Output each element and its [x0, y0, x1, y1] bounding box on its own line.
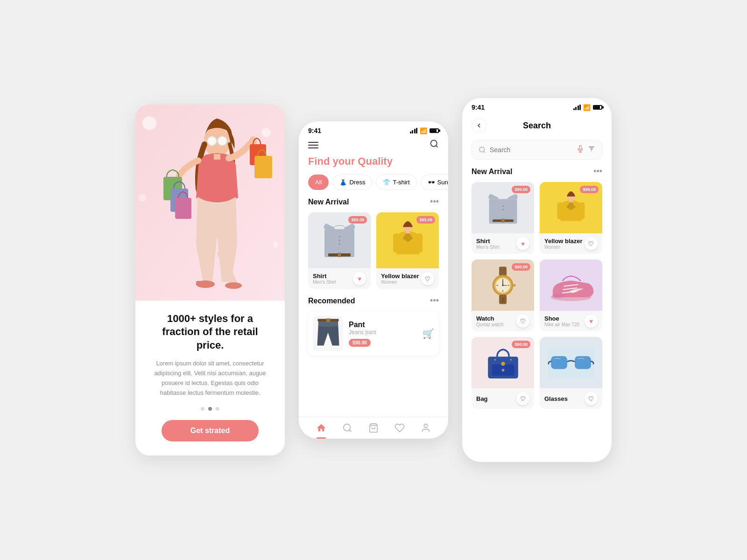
search-page-title: Search [523, 121, 551, 131]
search-shoe-card[interactable]: Shoe Nike air Max 720 ♥ [540, 259, 602, 331]
svg-point-22 [431, 140, 437, 147]
svg-point-2 [261, 128, 271, 137]
product-blazer[interactable]: $95.00 Yellow blazer Women ♡ [376, 212, 439, 289]
search-watch-image: $90.00 [472, 259, 534, 311]
splash-content: 1000+ styles for a fraction of the retai… [135, 301, 285, 456]
back-button[interactable] [472, 118, 486, 133]
search-input[interactable] [490, 146, 573, 154]
splash-card: 1000+ styles for a fraction of the retai… [135, 105, 285, 456]
svg-rect-50 [569, 199, 573, 202]
svg-point-77 [510, 359, 511, 360]
shirt-image: $90.00 [308, 212, 371, 268]
search-shoe-image [540, 259, 602, 311]
scene: 1000+ styles for a fraction of the retai… [135, 98, 612, 462]
search-time: 9:41 [472, 104, 485, 111]
recommended-more-button[interactable]: ••• [430, 296, 439, 306]
search-watch-card[interactable]: $90.00 Watch Qurtaz watch ♡ [472, 259, 534, 331]
filter-icon[interactable] [588, 145, 595, 154]
search-shoe-like-button[interactable]: ♥ [585, 315, 598, 328]
search-blazer-card[interactable]: $99.00 Yellow blazer Women ♡ [540, 182, 602, 254]
new-arrival-more-button[interactable]: ••• [430, 197, 439, 207]
search-bag-like-button[interactable]: ♡ [516, 392, 529, 405]
category-tabs: All 👗 Dress 👕 T-shirt 🕶️ Sun glass [299, 175, 448, 197]
search-status-icons: 📶 [573, 104, 603, 111]
svg-rect-34 [326, 318, 330, 322]
svg-rect-32 [416, 233, 423, 252]
category-all-label: All [315, 179, 322, 186]
search-new-arrival-title: New Arrival [472, 168, 512, 176]
splash-title: 1000+ styles for a fraction of the retai… [149, 312, 271, 352]
svg-point-76 [494, 359, 495, 360]
search-bag-card[interactable]: $90.00 Bag ♡ [472, 337, 534, 409]
svg-point-37 [424, 424, 427, 427]
svg-point-67 [502, 298, 503, 299]
microphone-icon[interactable] [577, 145, 584, 154]
svg-point-25 [338, 239, 340, 241]
search-shoe-name: Shoe [544, 315, 579, 322]
home-status-bar: 9:41 📶 [299, 121, 448, 137]
nav-home[interactable] [316, 423, 326, 433]
new-arrival-title: New Arrival [308, 198, 349, 206]
svg-rect-65 [513, 284, 515, 287]
search-shirt-card[interactable]: $90.00 Shirt Men's Shirt ♥ [472, 182, 534, 254]
search-glasses-card[interactable]: Glasses ♡ [540, 337, 602, 409]
nav-cart[interactable] [368, 423, 379, 433]
search-new-arrival-header: New Arrival ••• [462, 167, 612, 182]
blazer-like-button[interactable]: ♡ [421, 272, 434, 285]
dot-1 [201, 407, 204, 411]
pant-sub: Jeans pant [349, 329, 417, 336]
new-arrival-header: New Arrival ••• [299, 197, 448, 212]
search-status-bar: 9:41 📶 [462, 98, 612, 113]
dot-2 [208, 407, 212, 411]
blazer-image: $95.00 [376, 212, 439, 268]
splash-subtitle: Lorem ipsum dolor sit amet, consectetur … [149, 359, 271, 398]
search-blazer-price: $99.00 [580, 186, 599, 193]
recom-pant-card[interactable]: Pant Jeans pant $90.00 🛒 [308, 311, 439, 356]
nav-search[interactable] [342, 423, 352, 433]
home-title: Find your Quality [299, 155, 448, 175]
shirt-like-button[interactable]: ♥ [353, 272, 366, 285]
nav-profile[interactable] [421, 423, 431, 433]
search-bar[interactable] [472, 140, 602, 160]
get-started-button[interactable]: Get strated [162, 420, 259, 441]
search-watch-name: Watch [476, 315, 504, 322]
category-dress[interactable]: 👗 Dress [332, 175, 372, 190]
header-search-button[interactable] [430, 139, 439, 151]
blazer-info: Yellow blazer Women ♡ [376, 268, 439, 289]
search-blazer-image: $99.00 [540, 182, 602, 233]
search-new-arrival-more-button[interactable]: ••• [593, 167, 602, 176]
category-sunglass[interactable]: 🕶️ Sun glass [421, 175, 448, 190]
pant-cart-button[interactable]: 🛒 [423, 328, 434, 339]
search-shirt-like-button[interactable]: ♥ [516, 237, 529, 250]
pant-price: $90.00 [349, 339, 371, 347]
search-watch-sub: Qurtaz watch [476, 322, 504, 327]
home-products-grid: $90.00 Shirt Men's Shirt ♥ [299, 212, 448, 296]
home-status-icons: 📶 [410, 127, 439, 134]
category-tshirt-label: T-shirt [393, 179, 409, 186]
blazer-name: Yellow blazer [381, 273, 419, 280]
search-blazer-like-button[interactable]: ♡ [585, 237, 598, 250]
svg-rect-28 [338, 252, 341, 257]
svg-point-3 [139, 194, 146, 202]
shirt-sub: Men's Shirt [313, 280, 336, 285]
svg-point-7 [218, 136, 227, 146]
category-tshirt[interactable]: 👕 T-shirt [376, 175, 416, 190]
svg-point-79 [501, 369, 504, 371]
nav-wishlist[interactable] [395, 423, 405, 433]
blazer-price: $95.00 [416, 216, 435, 224]
home-header [299, 137, 448, 155]
shirt-name: Shirt [313, 273, 336, 280]
pant-image [313, 316, 343, 351]
search-blazer-name: Yellow blazer [544, 238, 583, 245]
menu-button[interactable] [308, 142, 318, 148]
svg-point-38 [479, 147, 485, 152]
product-shirt[interactable]: $90.00 Shirt Men's Shirt ♥ [308, 212, 371, 289]
svg-point-6 [207, 136, 217, 146]
search-glasses-like-button[interactable]: ♡ [585, 392, 598, 405]
search-watch-like-button[interactable]: ♡ [516, 315, 529, 328]
category-all[interactable]: All [308, 175, 329, 190]
recommended-section: Pant Jeans pant $90.00 🛒 [299, 311, 448, 363]
svg-point-26 [338, 243, 340, 245]
splash-image [135, 105, 285, 301]
search-shirt-info: Shirt Men's Shirt ♥ [472, 233, 534, 254]
